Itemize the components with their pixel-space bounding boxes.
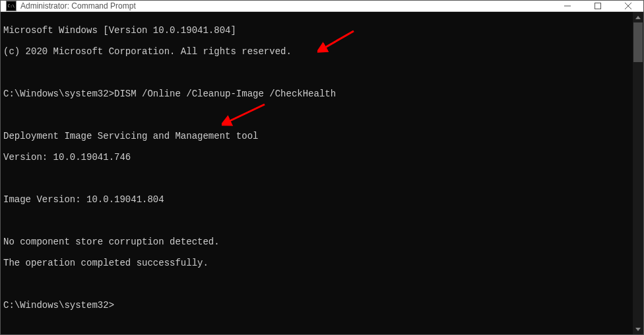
svg-marker-5	[635, 328, 641, 331]
console-output[interactable]: Microsoft Windows [Version 10.0.19041.80…	[1, 12, 633, 334]
scroll-down-arrow-icon[interactable]	[633, 324, 643, 334]
maximize-icon	[595, 3, 601, 9]
blank-line	[3, 173, 630, 184]
titlebar[interactable]: Administrator: Command Prompt	[1, 1, 643, 12]
window-controls	[552, 1, 643, 11]
console-area: Microsoft Windows [Version 10.0.19041.80…	[1, 12, 643, 334]
close-button[interactable]	[613, 1, 643, 11]
blank-line	[3, 67, 630, 78]
scroll-up-arrow-icon[interactable]	[633, 12, 643, 22]
vertical-scrollbar[interactable]	[633, 12, 643, 334]
window-title: Administrator: Command Prompt	[20, 1, 552, 11]
svg-rect-1	[595, 3, 601, 9]
minimize-icon	[564, 3, 571, 9]
output-line: Microsoft Windows [Version 10.0.19041.80…	[3, 25, 630, 36]
output-line: Deployment Image Servicing and Managemen…	[3, 131, 630, 141]
close-icon	[625, 3, 631, 9]
output-line: (c) 2020 Microsoft Corporation. All righ…	[3, 46, 630, 57]
maximize-button[interactable]	[583, 1, 613, 11]
blank-line	[3, 215, 630, 226]
prompt-line: C:\Windows\system32>	[3, 300, 630, 311]
prompt-path: C:\Windows\system32>	[3, 300, 114, 311]
output-line: The operation completed successfully.	[3, 258, 630, 268]
minimize-button[interactable]	[552, 1, 583, 11]
blank-line	[3, 110, 630, 120]
scroll-thumb[interactable]	[633, 22, 643, 62]
cmd-icon	[6, 1, 16, 11]
prompt-path: C:\Windows\system32>	[3, 89, 114, 99]
svg-marker-4	[635, 16, 641, 19]
output-line: Image Version: 10.0.19041.804	[3, 194, 630, 205]
output-line: No component store corruption detected.	[3, 237, 630, 247]
prompt-line: C:\Windows\system32>DISM /Online /Cleanu…	[3, 89, 630, 99]
command-text: DISM /Online /Cleanup-Image /CheckHealth	[114, 89, 336, 99]
command-prompt-window: Administrator: Command Prompt Microsoft …	[0, 0, 644, 335]
blank-line	[3, 279, 630, 289]
output-line: Version: 10.0.19041.746	[3, 152, 630, 163]
